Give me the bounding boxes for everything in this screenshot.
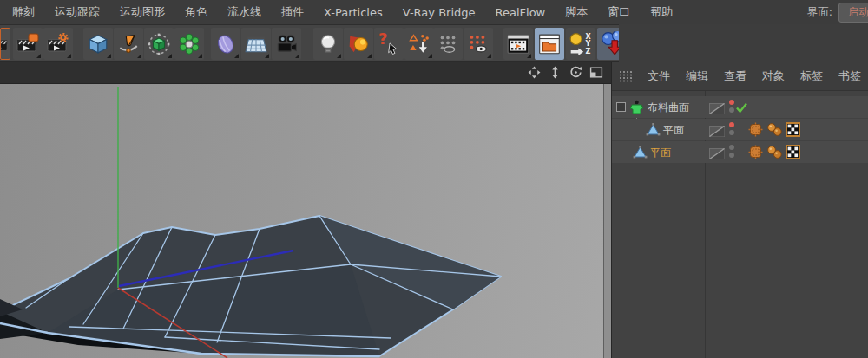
render-view-button[interactable] bbox=[0, 28, 10, 60]
viewport-panel bbox=[0, 62, 611, 358]
editor-visibility-dot[interactable] bbox=[729, 145, 734, 150]
menu-window[interactable]: 窗口 bbox=[608, 4, 630, 20]
film-window-icon bbox=[506, 33, 530, 55]
object-manager-panel: 文件 编辑 查看 对象 标签 书签 bbox=[611, 62, 868, 358]
menu-help[interactable]: 帮助 bbox=[650, 4, 673, 20]
interface-label: 界面: bbox=[807, 5, 832, 20]
layer-toggle-icon[interactable] bbox=[709, 101, 725, 118]
zoom-view-icon[interactable] bbox=[547, 66, 562, 80]
menu-character[interactable]: 角色 bbox=[185, 4, 207, 20]
floor-object-button[interactable] bbox=[241, 28, 271, 60]
clapperboard-gear-icon bbox=[46, 33, 70, 55]
layer-toggle-icon[interactable] bbox=[709, 146, 725, 163]
render-visibility-dot[interactable] bbox=[729, 153, 734, 158]
render-visibility-dot[interactable] bbox=[729, 130, 734, 135]
menu-xparticles[interactable]: X-Particles bbox=[324, 6, 383, 19]
main-menubar: 雕刻 运动跟踪 运动图形 角色 流水线 插件 X-Particles V-Ray… bbox=[0, 0, 868, 24]
om-menu-view[interactable]: 查看 bbox=[724, 68, 746, 84]
array-generator-button[interactable] bbox=[174, 28, 204, 60]
camera-icon bbox=[275, 33, 298, 55]
layer-toggle-icon[interactable] bbox=[709, 124, 725, 140]
cloth-plane-mesh bbox=[0, 84, 619, 358]
viewport-canvas[interactable] bbox=[0, 84, 611, 358]
clapperboard-icon bbox=[0, 34, 10, 55]
array-flower-icon bbox=[178, 33, 201, 55]
om-menu-tags[interactable]: 标签 bbox=[800, 68, 823, 84]
snap-dots-orange-icon bbox=[467, 33, 490, 55]
menu-pipeline[interactable]: 流水线 bbox=[227, 4, 261, 20]
content-browser-button[interactable] bbox=[535, 28, 564, 60]
object-row-plane-selected[interactable]: 平面 bbox=[612, 141, 868, 163]
light-object-button[interactable] bbox=[313, 28, 343, 60]
camera-object-button[interactable] bbox=[272, 28, 301, 60]
light-bulb-icon bbox=[317, 33, 339, 55]
panel-drag-handle-icon[interactable] bbox=[619, 69, 632, 83]
om-menu-file[interactable]: 文件 bbox=[648, 68, 670, 84]
coordinates-manager-button[interactable]: X Y Z bbox=[566, 28, 595, 60]
cube-icon bbox=[87, 33, 109, 55]
menu-sculpt[interactable]: 雕刻 bbox=[12, 4, 35, 20]
om-menu-objects[interactable]: 对象 bbox=[762, 68, 785, 84]
toggle-view-icon[interactable] bbox=[589, 66, 604, 80]
cloth-surface-object-icon bbox=[629, 100, 644, 118]
pen-icon bbox=[117, 33, 140, 55]
sky-sun-icon bbox=[347, 33, 370, 55]
question-mark-glyph: ? bbox=[378, 31, 387, 47]
render-settings-button[interactable] bbox=[43, 28, 73, 60]
main-toolbar: ? bbox=[0, 24, 619, 62]
phong-tag-icon[interactable] bbox=[766, 145, 783, 163]
rotate-view-icon[interactable] bbox=[568, 66, 583, 80]
uvw-tag-icon[interactable] bbox=[786, 145, 800, 163]
phong-tag-icon[interactable] bbox=[766, 122, 783, 140]
object-row-plane-child[interactable]: 平面 bbox=[612, 119, 868, 140]
menu-mograph[interactable]: 运动图形 bbox=[120, 4, 165, 20]
om-menu-bookmarks[interactable]: 书签 bbox=[838, 68, 861, 84]
object-label[interactable]: 布料曲面 bbox=[648, 101, 689, 115]
svg-text:Z: Z bbox=[585, 47, 590, 55]
folder-window-icon bbox=[537, 33, 562, 55]
uvw-tag-icon[interactable] bbox=[786, 122, 800, 140]
clapperboard-picture-icon bbox=[16, 33, 40, 55]
enable-check-icon[interactable] bbox=[735, 101, 748, 117]
help-button[interactable]: ? bbox=[374, 28, 404, 60]
object-manager-menubar: 文件 编辑 查看 对象 标签 书签 bbox=[612, 62, 868, 91]
render-queue-button[interactable] bbox=[503, 28, 533, 60]
menu-plugins[interactable]: 插件 bbox=[281, 4, 304, 20]
xparticles-emitter-button[interactable] bbox=[404, 28, 434, 60]
subdivision-surface-button[interactable] bbox=[144, 28, 174, 60]
editor-visibility-dot[interactable] bbox=[729, 100, 734, 105]
snap-on-button[interactable] bbox=[464, 28, 493, 60]
spheres-gravity-icon bbox=[600, 31, 619, 57]
metaball-button[interactable] bbox=[211, 28, 240, 60]
render-visibility-dot[interactable] bbox=[729, 107, 734, 113]
interface-layout-dropdown[interactable]: 启动 bbox=[838, 3, 868, 23]
cloth-tag-icon[interactable] bbox=[748, 122, 763, 140]
object-tree: 布料曲面 bbox=[612, 91, 868, 358]
plane-object-icon bbox=[646, 122, 661, 140]
object-label[interactable]: 平面 bbox=[663, 123, 684, 138]
collapse-toggle[interactable] bbox=[616, 102, 626, 112]
plane-object-icon bbox=[633, 145, 648, 163]
object-row-cloth-surface[interactable]: 布料曲面 bbox=[612, 96, 868, 118]
om-menu-edit[interactable]: 编辑 bbox=[686, 68, 708, 84]
menu-script[interactable]: 脚本 bbox=[565, 4, 588, 20]
xyz-coordinates-icon: X Y Z bbox=[569, 32, 593, 56]
sky-object-button[interactable] bbox=[344, 28, 373, 60]
object-label[interactable]: 平面 bbox=[650, 146, 671, 160]
snap-off-button[interactable] bbox=[433, 28, 463, 60]
pan-view-icon[interactable] bbox=[526, 66, 542, 80]
subdivision-surface-icon bbox=[148, 33, 170, 55]
editor-visibility-dot[interactable] bbox=[729, 122, 734, 127]
cloth-tag-icon[interactable] bbox=[748, 145, 763, 163]
render-picture-viewer-button[interactable] bbox=[13, 28, 43, 60]
menu-realflow[interactable]: RealFlow bbox=[496, 6, 546, 19]
floor-grid-icon bbox=[245, 33, 267, 55]
simulation-gravity-button[interactable] bbox=[597, 28, 619, 60]
cinema4d-window: 雕刻 运动跟踪 运动图形 角色 流水线 插件 X-Particles V-Ray… bbox=[0, 0, 868, 358]
menu-motion-tracker[interactable]: 运动跟踪 bbox=[55, 4, 100, 20]
menu-vray-bridge[interactable]: V-Ray Bridge bbox=[403, 6, 476, 19]
viewport-edge-scroll[interactable] bbox=[603, 84, 611, 358]
spline-pen-button[interactable] bbox=[114, 28, 143, 60]
snap-dots-gray-icon bbox=[437, 33, 459, 55]
add-cube-button[interactable] bbox=[83, 28, 113, 60]
